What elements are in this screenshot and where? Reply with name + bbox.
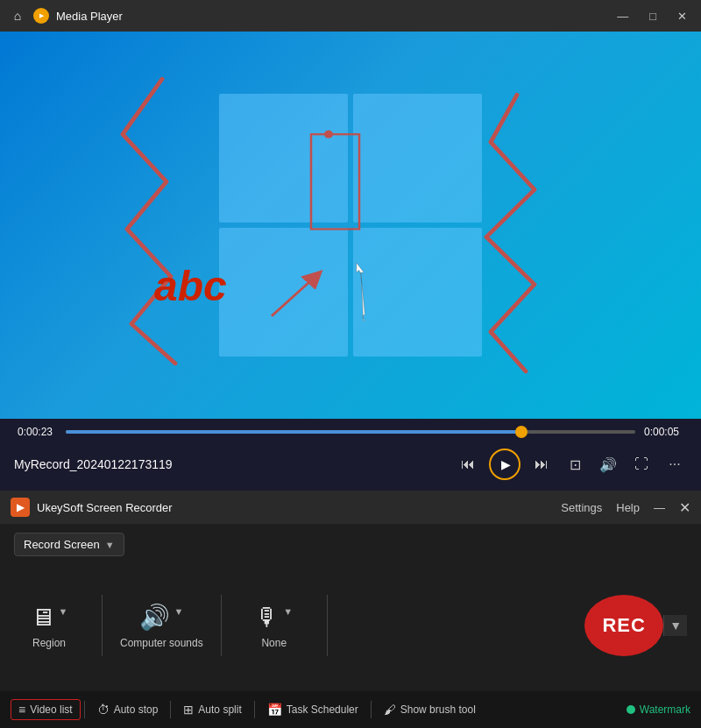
home-icon[interactable]: ⌂ — [9, 7, 26, 25]
region-icon-row: 🖥 ▼ — [31, 603, 68, 632]
monitor-icon: 🖥 — [31, 603, 55, 632]
record-mode-label: Record Screen — [24, 538, 100, 551]
computer-sounds-label: Computer sounds — [120, 637, 203, 649]
rec-button[interactable]: REC — [584, 595, 663, 656]
svg-marker-2 — [357, 263, 365, 322]
media-filename: MyRecord_20240122173119 — [14, 457, 445, 471]
mic-dropdown-arrow: ▼ — [283, 606, 293, 617]
fullscreen-button[interactable]: ⛶ — [629, 452, 654, 477]
settings-link[interactable]: Settings — [561, 501, 602, 514]
rec-button-area: REC ▼ — [584, 595, 687, 656]
recorder-app-name: UkeySoft Screen Recorder — [37, 501, 554, 514]
controls-bar: MyRecord_20240122173119 ⏮ ▶ ⏭ ⊡ 🔊 ⛶ ··· — [0, 442, 701, 491]
auto-split-label: Auto split — [198, 703, 241, 716]
progress-bar-container: 0:00:23 0:00:05 — [18, 426, 683, 438]
playback-controls: ⏮ ▶ ⏭ ⊡ 🔊 ⛶ ··· — [456, 449, 687, 480]
clock-icon: ⏱ — [97, 703, 110, 717]
toolbar-sep-4 — [371, 701, 372, 718]
microphone-icon: 🎙 — [255, 603, 280, 632]
auto-split-button[interactable]: ⊞ Auto split — [174, 699, 250, 720]
progress-track[interactable] — [66, 430, 635, 434]
window-controls: — □ ✕ — [612, 8, 692, 25]
video-list-label: Video list — [30, 703, 72, 716]
auto-stop-button[interactable]: ⏱ Auto stop — [89, 699, 167, 720]
help-link[interactable]: Help — [616, 501, 640, 514]
skip-forward-button[interactable]: ⏭ — [529, 452, 554, 477]
toolbar-sep-2 — [170, 701, 171, 718]
auto-stop-label: Auto stop — [114, 703, 159, 716]
sounds-icon-row: 🔊 ▼ — [139, 603, 183, 632]
divider-2 — [221, 595, 222, 656]
toolbar-sep-3 — [254, 701, 255, 718]
divider-3 — [327, 595, 328, 656]
mic-icon-row: 🎙 ▼ — [255, 603, 293, 632]
recorder-controls: 🖥 ▼ Region 🔊 ▼ Computer sounds 🎙 ▼ — [14, 567, 687, 684]
mode-dropdown-arrow: ▼ — [105, 540, 115, 550]
recorder-body: Record Screen ▼ 🖥 ▼ Region 🔊 ▼ — [0, 524, 701, 684]
computer-sounds-control[interactable]: 🔊 ▼ Computer sounds — [120, 603, 203, 649]
progress-thumb[interactable] — [515, 426, 528, 438]
microphone-label: None — [261, 637, 287, 649]
brush-tool-button[interactable]: 🖌 Show brush tool — [375, 699, 485, 720]
video-area: abc — [0, 32, 701, 419]
volume-button[interactable]: 🔊 — [596, 452, 620, 477]
time-current: 0:00:23 — [18, 426, 57, 438]
rec-dropdown-button[interactable]: ▼ — [663, 615, 687, 636]
play-pause-button[interactable]: ▶ — [489, 449, 520, 480]
time-remaining: 0:00:05 — [644, 426, 683, 438]
record-mode-selector[interactable]: Record Screen ▼ — [14, 533, 124, 556]
toolbar-sep-1 — [84, 701, 85, 718]
split-icon: ⊞ — [183, 703, 194, 717]
region-dropdown-arrow: ▼ — [59, 606, 68, 617]
recorder-toolbar: ≡ Video list ⏱ Auto stop ⊞ Auto split 📅 … — [0, 691, 701, 728]
more-options-button[interactable]: ··· — [662, 452, 687, 477]
annotation-text: abc — [154, 262, 227, 310]
task-scheduler-button[interactable]: 📅 Task Scheduler — [258, 699, 367, 720]
skip-back-button[interactable]: ⏮ — [456, 452, 480, 477]
subtitles-button[interactable]: ⊡ — [563, 452, 587, 477]
maximize-button[interactable]: □ — [644, 8, 662, 25]
region-label: Region — [32, 637, 66, 649]
recorder-title-controls: Settings Help — ✕ — [561, 499, 690, 516]
recorder-window: ▶ UkeySoft Screen Recorder Settings Help… — [0, 491, 701, 728]
close-button[interactable]: ✕ — [672, 8, 692, 25]
drawing-annotations — [0, 32, 701, 419]
svg-rect-0 — [311, 134, 359, 229]
calendar-icon: 📅 — [267, 703, 282, 717]
recorder-title-bar: ▶ UkeySoft Screen Recorder Settings Help… — [0, 491, 701, 524]
minimize-button[interactable]: — — [612, 8, 634, 25]
media-player-title-bar: ⌂ Media Player — □ ✕ — [0, 0, 701, 32]
task-scheduler-label: Task Scheduler — [287, 703, 358, 716]
list-icon: ≡ — [18, 703, 25, 717]
media-player-icon — [33, 8, 49, 24]
divider-1 — [102, 595, 103, 656]
brush-icon: 🖌 — [384, 703, 396, 717]
watermark-button[interactable]: Watermark — [627, 703, 690, 716]
recorder-top-row: Record Screen ▼ — [14, 533, 687, 556]
region-control[interactable]: 🖥 ▼ Region — [14, 603, 84, 649]
brush-tool-label: Show brush tool — [400, 703, 476, 716]
sounds-dropdown-arrow: ▼ — [173, 606, 183, 617]
recorder-close-button[interactable]: ✕ — [679, 499, 690, 516]
progress-fill — [66, 430, 521, 434]
speaker-icon: 🔊 — [139, 603, 170, 632]
svg-point-1 — [324, 131, 333, 138]
media-player-window: ⌂ Media Player — □ ✕ — [0, 0, 701, 491]
video-list-button[interactable]: ≡ Video list — [11, 699, 81, 720]
media-player-title: Media Player — [56, 10, 605, 23]
recorder-app-icon: ▶ — [11, 498, 30, 517]
progress-section: 0:00:23 0:00:05 — [0, 419, 701, 442]
microphone-control[interactable]: 🎙 ▼ None — [239, 603, 309, 649]
recorder-minimize-button[interactable]: — — [654, 501, 665, 514]
watermark-label: Watermark — [640, 703, 690, 716]
watermark-dot-icon — [627, 705, 635, 714]
